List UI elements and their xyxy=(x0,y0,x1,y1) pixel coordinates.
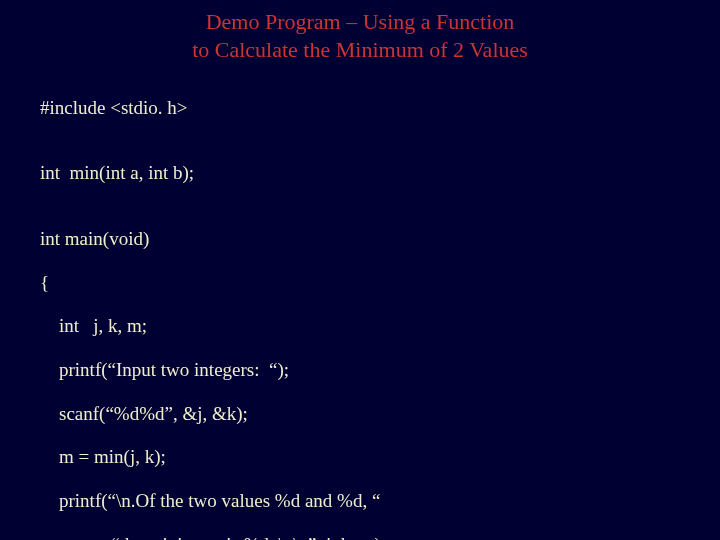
slide: Demo Program – Using a Function to Calcu… xyxy=(0,0,720,540)
code-line: int main(void) xyxy=(40,228,720,250)
slide-title: Demo Program – Using a Function to Calcu… xyxy=(0,8,720,63)
code-line: “the minimum is %d. \n\n”, j, k, m); xyxy=(40,534,720,540)
code-line: int min(int a, int b); xyxy=(40,162,720,184)
title-line-2: to Calculate the Minimum of 2 Values xyxy=(192,37,528,62)
code-line: int j, k, m; xyxy=(40,315,720,337)
code-line: #include <stdio. h> xyxy=(40,97,720,119)
code-line: printf(“\n.Of the two values %d and %d, … xyxy=(40,490,720,512)
code-line: { xyxy=(40,272,720,294)
code-line: m = min(j, k); xyxy=(40,446,720,468)
code-line: printf(“Input two integers: “); xyxy=(40,359,720,381)
title-line-1: Demo Program – Using a Function xyxy=(206,9,515,34)
code-block: #include <stdio. h> int min(int a, int b… xyxy=(0,75,720,540)
code-line: scanf(“%d%d”, &j, &k); xyxy=(40,403,720,425)
